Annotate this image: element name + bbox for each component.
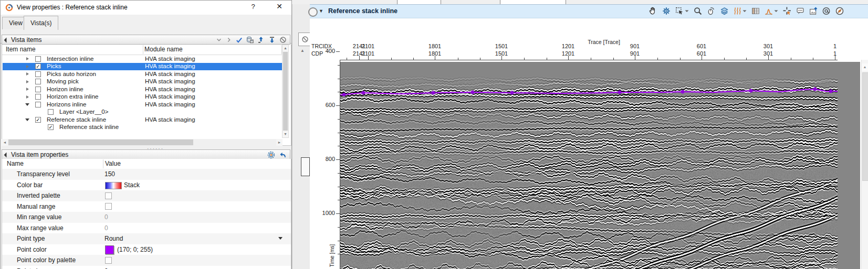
expander-expanded-icon[interactable] xyxy=(25,119,29,121)
scroll-up-icon[interactable]: ▲ xyxy=(300,48,305,53)
crosshair-icon[interactable] xyxy=(783,7,791,15)
tree-row[interactable]: Moving pickHVA stack imaging xyxy=(3,78,283,86)
vista-items-header[interactable]: Vista items xyxy=(2,35,290,45)
tab-vistas[interactable]: Vista(s) xyxy=(24,16,58,30)
zoom-icon[interactable] xyxy=(694,7,702,15)
property-checkbox[interactable] xyxy=(105,192,112,199)
tree-column-header[interactable]: Item name Module name xyxy=(2,45,284,55)
tooltip-icon[interactable] xyxy=(796,7,804,15)
import-up-icon[interactable] xyxy=(257,36,265,44)
item-checkbox[interactable] xyxy=(35,71,41,77)
item-checkbox[interactable] xyxy=(48,109,54,115)
chevron-down-icon[interactable] xyxy=(774,8,778,14)
layers-icon[interactable] xyxy=(720,7,729,15)
property-value[interactable]: 0 xyxy=(104,267,108,269)
viewer-vertical-scrollbar[interactable]: ▲ xyxy=(861,60,868,269)
label-icon[interactable] xyxy=(822,7,831,15)
tree-row[interactable]: Horizon extra inlineHVA stack imaging xyxy=(3,93,283,101)
tree-row[interactable]: Layer <Layer__0> xyxy=(3,109,283,116)
tree-row[interactable]: ✓PicksHVA stack imaging xyxy=(3,63,283,71)
chevron-down-icon[interactable] xyxy=(742,8,747,14)
property-checkbox[interactable] xyxy=(105,257,112,264)
seismic-view-header[interactable]: ▼ Reference stack inline xyxy=(310,5,868,18)
item-checkbox[interactable] xyxy=(35,79,41,84)
item-checkbox[interactable]: ✓ xyxy=(35,117,41,123)
expander-collapsed-icon[interactable] xyxy=(26,72,29,76)
column-value[interactable]: Value xyxy=(105,160,121,167)
chevron-right-icon[interactable] xyxy=(226,37,232,43)
tree-vertical-scrollbar[interactable]: ▲ ▼ xyxy=(282,45,289,138)
item-checkbox[interactable] xyxy=(35,102,41,107)
column-separator[interactable] xyxy=(143,45,143,54)
collapse-triangle-icon[interactable] xyxy=(4,153,9,158)
tree-row[interactable]: Horizon inlineHVA stack imaging xyxy=(3,85,283,93)
check-icon[interactable] xyxy=(236,37,243,44)
scroll-down-icon[interactable]: ▼ xyxy=(283,131,288,137)
item-checkbox[interactable] xyxy=(35,56,41,62)
wiggle-icon[interactable] xyxy=(734,7,747,15)
pan-hand-icon[interactable] xyxy=(649,6,657,15)
scroll-right-icon[interactable]: ► xyxy=(276,139,283,146)
tree-row[interactable]: Horizons inlineHVA stack imaging xyxy=(3,101,283,109)
compass-icon[interactable] xyxy=(835,7,844,15)
column-separator[interactable] xyxy=(103,159,103,168)
column-item-name[interactable]: Item name xyxy=(6,46,36,53)
chevron-down-icon[interactable] xyxy=(216,37,222,43)
colorbar-swatch[interactable] xyxy=(105,182,122,189)
select-area-icon[interactable] xyxy=(675,7,689,15)
chevron-down-icon[interactable] xyxy=(685,8,689,14)
dropdown-caret-icon[interactable] xyxy=(278,237,283,240)
item-checkbox[interactable]: ✓ xyxy=(48,124,54,130)
scroll-up-icon[interactable]: ▲ xyxy=(862,63,868,71)
item-checkbox[interactable] xyxy=(35,87,41,92)
scroll-up-icon[interactable]: ▲ xyxy=(283,45,288,51)
export-image-icon[interactable] xyxy=(809,7,818,15)
db-save-icon[interactable] xyxy=(246,36,254,44)
time-minor-tick xyxy=(338,133,340,133)
undo-icon[interactable] xyxy=(279,151,287,159)
collapse-triangle-icon[interactable] xyxy=(4,38,9,43)
tree-row[interactable]: Intersection inlineHVA stack imaging xyxy=(3,55,283,63)
tree-row[interactable]: ✓Reference stack inlineHVA stack imaging xyxy=(3,116,283,124)
scroll-left-icon[interactable]: ◄ xyxy=(2,139,8,146)
expander-collapsed-icon[interactable] xyxy=(26,88,29,91)
column-module-name[interactable]: Module name xyxy=(144,46,183,53)
tree-row[interactable]: ✓Reference stack inline xyxy=(3,124,283,132)
seismic-image[interactable] xyxy=(340,62,860,269)
column-name[interactable]: Name xyxy=(7,160,24,167)
expander-collapsed-icon[interactable] xyxy=(26,95,29,99)
trcidx-tick-label: 1501 xyxy=(495,43,508,49)
mouse-select-icon[interactable] xyxy=(707,7,715,15)
target-icon[interactable] xyxy=(267,151,275,159)
color-swatch[interactable] xyxy=(105,245,114,254)
property-checkbox[interactable] xyxy=(105,203,112,210)
scrollbar-thumb[interactable] xyxy=(8,139,193,145)
tree-row[interactable]: Picks auto horizonHVA stack imaging xyxy=(3,70,283,78)
grid-icon[interactable] xyxy=(751,7,760,15)
expander-expanded-icon[interactable] xyxy=(25,103,29,106)
help-button[interactable]: ? xyxy=(248,3,258,12)
expander-collapsed-icon[interactable] xyxy=(26,80,29,83)
expander-collapsed-icon[interactable] xyxy=(26,65,29,68)
expander-collapsed-icon[interactable] xyxy=(26,57,29,60)
dialog-titlebar[interactable]: View properties : Reference stack inline… xyxy=(1,1,291,15)
item-checkbox[interactable] xyxy=(35,94,41,100)
chevron-down-icon[interactable]: ▼ xyxy=(319,8,323,14)
time-minor-tick xyxy=(338,241,340,241)
settings-gear-icon[interactable] xyxy=(662,7,671,15)
tree-horizontal-scrollbar[interactable]: ◄ ► xyxy=(2,139,283,146)
histogram-icon[interactable] xyxy=(765,7,778,15)
item-module: HVA stack imaging xyxy=(145,116,195,123)
hide-icon[interactable] xyxy=(279,36,287,44)
close-button[interactable]: ✕ xyxy=(274,2,285,13)
property-value[interactable]: 150 xyxy=(104,170,115,178)
item-checkbox[interactable]: ✓ xyxy=(35,63,41,69)
import-down-icon[interactable] xyxy=(268,36,276,44)
colorbar-name[interactable]: Stack xyxy=(124,181,140,189)
scrollbar-thumb[interactable] xyxy=(862,72,868,181)
property-dropdown-value[interactable]: Round xyxy=(104,235,123,242)
scrollbar-thumb[interactable] xyxy=(283,52,288,131)
properties-column-header[interactable]: Name Value xyxy=(2,159,291,169)
item-label: Reference stack inline xyxy=(47,116,106,123)
vista-item-properties-header[interactable]: Vista item properties xyxy=(2,149,290,159)
